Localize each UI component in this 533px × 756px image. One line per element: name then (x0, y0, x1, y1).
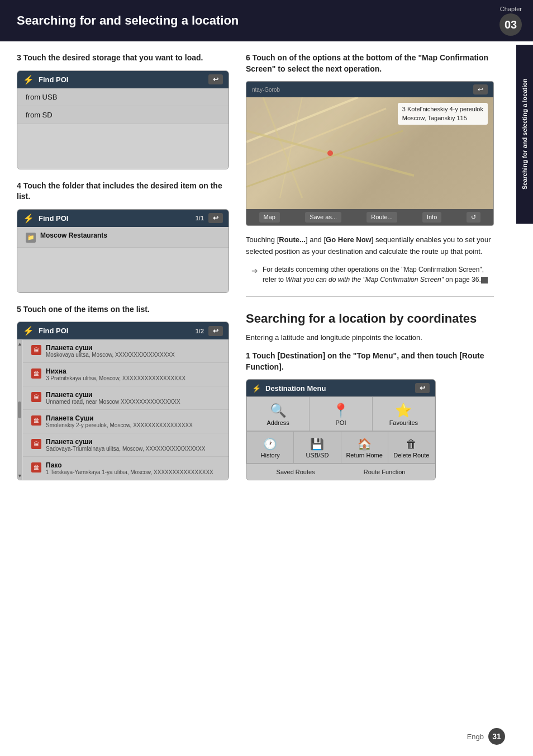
map-header: ntay-Gorob ↩ (246, 82, 493, 97)
step5-ui-body: 🏛 Планета суши Moskovaya ulitsa, Moscow,… (17, 339, 229, 480)
step4-item-title: Moscow Restaurants (40, 231, 220, 239)
section2-step1-heading: 1 Touch [Destination] on the "Top Menu",… (246, 351, 494, 372)
dest-menu-address[interactable]: 🔍 Address (247, 397, 309, 431)
step3-back-button[interactable]: ↩ (208, 74, 223, 84)
empty-space (17, 124, 229, 169)
item-subtitle: Sadovaya-Triumfalnaya ulitsa, Moscow, XX… (46, 446, 220, 452)
poi-icon: 🏛 (31, 439, 41, 449)
poi-icon: 🏛 (31, 462, 41, 472)
dest-home-label: Return Home (346, 452, 382, 459)
chapter-number: 03 (499, 13, 522, 36)
item-subtitle: 1 Terskaya-Yamskaya 1-ya ulitsa, Moscow,… (46, 469, 220, 475)
list-item[interactable]: 🏛 Планета Суши Smolenskiy 2-y pereulok, … (23, 410, 229, 433)
list-item[interactable]: from USB (17, 88, 229, 106)
page-footer: Engb 31 (467, 728, 505, 745)
dest-menu-header: ⚡ Destination Menu ↩ (246, 380, 435, 396)
list-item[interactable]: 🏛 Пако 1 Terskaya-Yamskaya 1-ya ulitsa, … (23, 457, 229, 480)
step3-ui-body: from USB from SD (17, 88, 229, 169)
step5-ui-box: ▲ ▼ ⚡ Find POI 1/2 ↩ 🏛 Планета суши (17, 322, 229, 480)
poi-icon: 🏛 (31, 415, 41, 426)
dest-fav-label: Favourites (389, 419, 418, 426)
map-area: 3 Kotel'nicheskiy 4-y pereulok Moscow, T… (246, 97, 493, 209)
favourites-icon: ⭐ (395, 404, 412, 417)
map-button-refresh[interactable]: ↺ (467, 212, 480, 223)
step3-ui-box: ⚡ Find POI ↩ from USB from SD (17, 70, 229, 169)
step4-heading: 4 Touch the folder that includes the des… (17, 181, 229, 202)
page-header: Searching for and selecting a location C… (0, 0, 533, 41)
dest-menu-usb[interactable]: 💾 USB/SD (294, 432, 340, 463)
map-nav-back: ntay-Gorob (252, 87, 280, 93)
folder-icon: 📁 (26, 233, 36, 243)
step3-heading: 3 Touch the desired storage that you wan… (17, 53, 229, 64)
dest-menu-title: Destination Menu (265, 384, 326, 393)
item-title: Пако (46, 461, 220, 469)
item-title: Нихна (46, 367, 220, 375)
poi-icon: 🏛 (31, 368, 41, 379)
find-poi-icon3: ⚡ (23, 325, 34, 336)
step5-back-button[interactable]: ↩ (208, 326, 223, 336)
step5-page-indicator: 1/2 (196, 328, 204, 334)
dest-menu-return-home[interactable]: 🏠 Return Home (341, 432, 388, 463)
address-icon: 🔍 (270, 404, 287, 417)
chapter-label: Chapter (500, 6, 522, 12)
dest-menu-bottom-row: Saved Routes Route Function (246, 464, 435, 480)
step4-ui-body: 📁 Moscow Restaurants (17, 227, 229, 292)
destination-menu-box: ⚡ Destination Menu ↩ 🔍 Address 📍 POI ⭐ F… (246, 379, 436, 480)
dest-route-function-label[interactable]: Route Function (364, 469, 406, 475)
main-content: 3 Touch the desired storage that you wan… (0, 41, 533, 503)
step4-ui-box: ⚡ Find POI 1/1 ↩ 📁 Moscow Restaurants (17, 209, 229, 293)
step5-ui-title: Find POI (39, 327, 68, 335)
list-item[interactable]: 🏛 Нихна 3 Pratnitskaya ulitsa, Moscow, X… (23, 363, 229, 386)
list-item[interactable]: 🏛 Планета суши Sadovaya-Triumfalnaya uli… (23, 433, 229, 457)
delete-icon: 🗑 (406, 438, 417, 450)
list-item[interactable]: 📁 Moscow Restaurants (17, 227, 229, 248)
empty-space2 (17, 248, 229, 292)
svg-line-5 (246, 131, 403, 187)
map-button-map[interactable]: Map (259, 212, 280, 223)
map-back-button[interactable]: ↩ (473, 84, 488, 94)
step4-ui-title: Find POI (39, 214, 68, 223)
dest-menu-delete-route[interactable]: 🗑 Delete Route (388, 432, 435, 463)
page-number: 31 (488, 728, 505, 745)
bullet-arrow-icon: ➔ (251, 265, 258, 277)
right-column: 6 Touch on of the options at the bottom … (246, 53, 505, 492)
step4-back-button[interactable]: ↩ (208, 213, 223, 223)
step4-page-indicator: 1/1 (196, 215, 204, 221)
item-subtitle: Unnamed road, near Moscow XXXXXXXXXXXXXX… (46, 399, 220, 405)
dest-menu-row1: 🔍 Address 📍 POI ⭐ Favourites (246, 396, 435, 431)
svg-point-6 (327, 150, 333, 156)
scroll-thumb (18, 401, 21, 418)
dest-usb-label: USB/SD (306, 452, 329, 459)
dest-delete-label: Delete Route (393, 452, 429, 459)
dest-menu-history[interactable]: 🕐 History (247, 432, 293, 463)
poi-icon: 🏛 (31, 345, 41, 355)
scroll-up-arrow[interactable]: ▲ (17, 341, 22, 347)
item-subtitle: Smolenskiy 2-y pereulok, Moscow, XXXXXXX… (46, 422, 220, 428)
dest-menu-favourites[interactable]: ⭐ Favourites (373, 397, 435, 431)
dest-menu-back-button[interactable]: ↩ (415, 383, 430, 393)
end-marker-icon (481, 277, 488, 284)
dest-history-label: History (261, 452, 280, 459)
step6-body-text: Touching [Route...] and [Go Here Now] se… (246, 234, 494, 258)
list-item[interactable]: 🏛 Планета суши Unnamed road, near Moscow… (23, 386, 229, 410)
step6-bullet-text: For details concerning other operations … (263, 264, 494, 285)
map-button-save[interactable]: Save as... (305, 212, 341, 223)
dest-menu-poi[interactable]: 📍 POI (310, 397, 372, 431)
dest-menu-row2: 🕐 History 💾 USB/SD 🏠 Return Home 🗑 Delet… (246, 431, 435, 464)
poi-menu-icon: 📍 (332, 404, 349, 417)
step6-bullet: ➔ For details concerning other operation… (246, 264, 494, 285)
item-title: Планета суши (46, 391, 220, 399)
list-item[interactable]: 🏛 Планета суши Moskovaya ulitsa, Moscow,… (23, 339, 229, 363)
map-button-info[interactable]: Info (422, 212, 441, 223)
list-item[interactable]: from SD (17, 106, 229, 124)
map-button-route[interactable]: Route... (367, 212, 397, 223)
dest-saved-routes-label[interactable]: Saved Routes (277, 469, 315, 475)
find-poi-icon2: ⚡ (23, 213, 34, 224)
footer-lang: Engb (467, 733, 484, 741)
item-subtitle: Moskovaya ulitsa, Moscow, XXXXXXXXXXXXXX… (46, 352, 220, 358)
scroll-down-arrow[interactable]: ▼ (17, 473, 22, 479)
scrollbar[interactable]: ▲ ▼ (17, 340, 22, 480)
item-title: Планета суши (46, 344, 220, 352)
sidebar-vertical-label: Searching for and selecting a location (516, 45, 533, 224)
dest-menu-icon: ⚡ (252, 384, 261, 393)
